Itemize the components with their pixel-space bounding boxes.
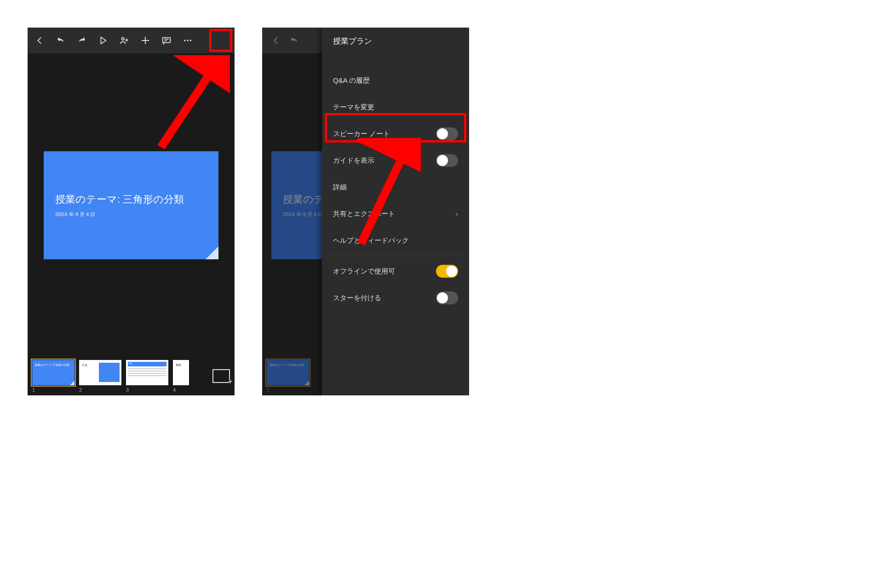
thumb-text: 授業のテーマ: 三角形の分類 (35, 363, 72, 367)
menu-item-label: Q&A の履歴 (333, 76, 370, 85)
undo-icon (285, 31, 304, 50)
thumbnail-1: 授業のテーマ: 三角形の分類 1 (267, 360, 309, 393)
svg-point-2 (184, 40, 186, 41)
menu-item-label: ガイドを表示 (333, 156, 374, 165)
annotation-red-box-more (209, 29, 232, 52)
menu-item-label: 詳細 (333, 183, 347, 192)
annotation-red-box-change-theme (325, 113, 466, 143)
menu-item-offline[interactable]: オフラインで使用可 (322, 258, 469, 285)
menu-item-share-export[interactable]: 共有とエクスポート › (322, 200, 469, 227)
menu-title: 授業プラン (322, 29, 469, 53)
thumbnail-3[interactable]: ne 3 (126, 360, 168, 393)
right-phone: 授業のテ 20XX 年 9 月 4 日 授業のテーマ: 三角形の分類 1 授業プ… (262, 28, 469, 395)
menu-item-help-feedback[interactable]: ヘルプとフィードバック (322, 227, 469, 254)
star-toggle[interactable] (436, 291, 458, 304)
slide-canvas[interactable]: 授業のテーマ: 三角形の分類 20XX 年 9 月 4 日 (28, 53, 235, 357)
chevron-right-icon: › (455, 209, 458, 219)
back-icon (267, 31, 285, 50)
menu-item-label: 共有とエクスポート (333, 210, 395, 218)
svg-point-0 (122, 38, 125, 40)
comment-icon[interactable] (157, 31, 176, 50)
menu-item-qa-history[interactable]: Q&A の履歴 (322, 67, 469, 94)
thumb-text: 授業のテーマ: 三角形の分類 (269, 363, 306, 367)
thumb-number: 3 (126, 387, 168, 393)
slide-corner-fold (304, 381, 309, 385)
thumbnail-strip[interactable]: 授業のテーマ: 三角形の分類 1 主点 2 ne 3 素材 4 (28, 357, 235, 395)
thumb-number: 4 (173, 387, 189, 393)
menu-item-label: ヘルプとフィードバック (333, 236, 409, 245)
svg-point-4 (190, 40, 192, 41)
back-icon[interactable] (30, 31, 49, 50)
menu-item-label: テーマを変更 (333, 103, 374, 112)
menu-divider (322, 256, 469, 256)
show-guide-toggle[interactable] (436, 154, 458, 167)
thumbnail-2[interactable]: 主点 2 (79, 360, 121, 393)
thumb-text: ne (129, 362, 166, 365)
thumbnail-1[interactable]: 授業のテーマ: 三角形の分類 1 (32, 360, 75, 393)
slide-corner-fold (70, 381, 75, 385)
plus-icon[interactable] (136, 31, 155, 50)
thumb-text: 素材 (176, 363, 189, 367)
more-icon[interactable] (178, 31, 197, 50)
svg-point-3 (187, 40, 189, 41)
thumb-bluebox (99, 363, 120, 382)
menu-item-label: スターを付ける (333, 294, 381, 303)
slide-title: 授業のテーマ: 三角形の分類 (55, 193, 207, 206)
offline-toggle[interactable] (436, 265, 458, 278)
thumb-number: 1 (267, 387, 309, 393)
undo-icon[interactable] (52, 31, 70, 50)
share-user-icon[interactable] (115, 31, 133, 50)
thumb-lines (128, 368, 166, 377)
thumb-number: 1 (32, 387, 75, 393)
slide-corner-fold (206, 246, 218, 259)
thumb-number: 2 (79, 387, 121, 393)
svg-rect-1 (163, 38, 171, 43)
new-slide-button[interactable] (212, 369, 230, 383)
slide-date: 20XX 年 9 月 4 日 (55, 211, 207, 218)
menu-item-show-guide[interactable]: ガイドを表示 (322, 147, 469, 174)
menu-item-star[interactable]: スターを付ける (322, 285, 469, 311)
menu-item-label: オフラインで使用可 (333, 267, 395, 276)
redo-icon[interactable] (73, 31, 91, 50)
toolbar (28, 28, 235, 53)
overflow-menu-panel: 授業プラン Q&A の履歴 テーマを変更 スピーカー ノート ガイドを表示 詳細… (322, 28, 469, 395)
current-slide[interactable]: 授業のテーマ: 三角形の分類 20XX 年 9 月 4 日 (44, 151, 218, 259)
menu-item-details[interactable]: 詳細 (322, 174, 469, 200)
left-phone: 授業のテーマ: 三角形の分類 20XX 年 9 月 4 日 授業のテーマ: 三角… (28, 28, 235, 395)
thumbnail-4[interactable]: 素材 4 (173, 360, 189, 393)
play-icon[interactable] (94, 31, 112, 50)
